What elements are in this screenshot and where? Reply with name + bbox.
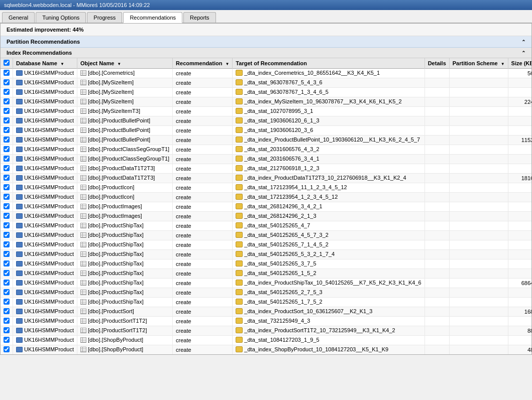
row-checkbox-cell[interactable]	[1, 69, 13, 78]
col-header-recommendation[interactable]: Recommendation ▼	[173, 58, 233, 69]
row-checkbox[interactable]	[4, 79, 10, 85]
row-checkbox[interactable]	[4, 260, 10, 266]
tab-recommendations[interactable]: Recommendations	[123, 12, 182, 23]
row-checkbox-cell[interactable]	[1, 231, 13, 240]
row-db-icon-cell: UK16HSMMProduct	[13, 116, 77, 126]
row-obj-name: [dbo].[ProductShipTax]	[88, 299, 144, 305]
row-checkbox-cell[interactable]	[1, 174, 13, 183]
table-icon	[80, 290, 86, 295]
col-header-partition[interactable]: Partition Scheme ▼	[449, 58, 508, 69]
row-checkbox-cell[interactable]	[1, 250, 13, 259]
select-all-checkbox[interactable]	[4, 60, 10, 66]
row-checkbox[interactable]	[4, 232, 10, 238]
row-obj-name: [dbo].[ProductClassSegGroupT1]	[88, 156, 169, 162]
row-checkbox-cell[interactable]	[1, 202, 13, 212]
row-checkbox[interactable]	[4, 280, 10, 286]
row-rec-cell: create	[173, 78, 233, 88]
col-header-size[interactable]: Size (KB	[508, 58, 531, 69]
row-checkbox[interactable]	[4, 117, 10, 123]
row-checkbox-cell[interactable]	[1, 136, 13, 145]
col-header-database[interactable]: Database Name ▼	[13, 58, 77, 69]
row-checkbox[interactable]	[4, 98, 10, 104]
row-details-cell	[424, 126, 449, 136]
row-checkbox[interactable]	[4, 108, 10, 114]
recommendations-table-container[interactable]: Database Name ▼ Object Name ▼ Recommenda…	[1, 58, 531, 354]
row-scheme-cell	[449, 145, 508, 155]
col-header-checkbox[interactable]	[1, 58, 13, 69]
row-target-cell: _dta_stat_268124296_2_1_3	[233, 212, 424, 221]
row-checkbox[interactable]	[4, 203, 10, 209]
partition-collapse-icon[interactable]: ⌃	[521, 39, 525, 45]
row-checkbox-cell[interactable]	[1, 298, 13, 307]
tab-reports[interactable]: Reports	[183, 12, 216, 23]
row-checkbox[interactable]	[4, 165, 10, 171]
table-icon	[80, 204, 86, 209]
row-checkbox-cell[interactable]	[1, 126, 13, 136]
row-checkbox[interactable]	[4, 156, 10, 162]
tab-progress[interactable]: Progress	[87, 12, 122, 23]
row-db-name: UK16HSMMProduct	[24, 289, 74, 295]
tab-tuning[interactable]: Tuning Options	[36, 12, 86, 23]
row-checkbox[interactable]	[4, 89, 10, 95]
row-obj-name: [dbo].[ShopByProduct]	[88, 337, 143, 343]
row-checkbox-cell[interactable]	[1, 288, 13, 298]
row-checkbox-cell[interactable]	[1, 97, 13, 107]
row-checkbox[interactable]	[4, 327, 10, 333]
target-icon	[236, 232, 243, 238]
row-checkbox[interactable]	[4, 251, 10, 257]
index-collapse-icon[interactable]: ⌃	[521, 50, 525, 56]
title-bar: sqlweblon4.webboden.local - MMioreś 10/0…	[0, 0, 532, 10]
row-checkbox[interactable]	[4, 213, 10, 219]
row-rec-cell: create	[173, 136, 233, 145]
row-checkbox[interactable]	[4, 127, 10, 133]
table-icon	[80, 108, 86, 114]
row-checkbox-cell[interactable]	[1, 279, 13, 288]
row-checkbox-cell[interactable]	[1, 145, 13, 155]
row-checkbox-cell[interactable]	[1, 345, 13, 355]
col-header-object[interactable]: Object Name ▼	[77, 58, 173, 69]
row-checkbox-cell[interactable]	[1, 193, 13, 202]
row-checkbox-cell[interactable]	[1, 183, 13, 193]
row-checkbox[interactable]	[4, 184, 10, 190]
row-checkbox[interactable]	[4, 337, 10, 343]
row-obj-name: [dbo].[ProductClassSegGroupT1]	[88, 146, 169, 152]
row-checkbox-cell[interactable]	[1, 336, 13, 345]
row-checkbox[interactable]	[4, 241, 10, 247]
row-checkbox[interactable]	[4, 308, 10, 314]
row-checkbox-cell[interactable]	[1, 164, 13, 174]
row-checkbox-cell[interactable]	[1, 221, 13, 231]
row-checkbox-cell[interactable]	[1, 259, 13, 269]
row-checkbox-cell[interactable]	[1, 317, 13, 326]
row-checkbox[interactable]	[4, 289, 10, 295]
row-checkbox-cell[interactable]	[1, 240, 13, 250]
row-checkbox[interactable]	[4, 194, 10, 200]
row-checkbox-cell[interactable]	[1, 307, 13, 317]
row-checkbox[interactable]	[4, 299, 10, 305]
row-checkbox-cell[interactable]	[1, 212, 13, 221]
row-checkbox-cell[interactable]	[1, 78, 13, 88]
tab-general[interactable]: General	[2, 12, 35, 23]
db-icon	[16, 166, 23, 171]
row-checkbox[interactable]	[4, 137, 10, 143]
row-checkbox[interactable]	[4, 318, 10, 324]
row-target-cell: _dta_stat_1903606120_6_1_3	[233, 116, 424, 126]
row-checkbox-cell[interactable]	[1, 116, 13, 126]
row-checkbox[interactable]	[4, 270, 10, 276]
table-row: UK16HSMMProduct [dbo].[ProductShipTax] c…	[1, 288, 531, 298]
row-checkbox[interactable]	[4, 346, 10, 352]
row-rec-cell: create	[173, 221, 233, 231]
row-checkbox[interactable]	[4, 70, 10, 76]
target-icon	[236, 165, 243, 171]
row-checkbox-cell[interactable]	[1, 88, 13, 97]
row-checkbox[interactable]	[4, 175, 10, 181]
row-checkbox-cell[interactable]	[1, 155, 13, 164]
col-header-target[interactable]: Target of Recommendation	[233, 58, 424, 69]
row-checkbox-cell[interactable]	[1, 107, 13, 116]
col-header-details[interactable]: Details	[424, 58, 449, 69]
row-checkbox[interactable]	[4, 146, 10, 152]
row-scheme-cell	[449, 116, 508, 126]
row-checkbox-cell[interactable]	[1, 326, 13, 336]
row-target-name: _dta_stat_2031606576_4_3_2	[244, 146, 319, 152]
row-checkbox[interactable]	[4, 222, 10, 228]
row-checkbox-cell[interactable]	[1, 269, 13, 279]
